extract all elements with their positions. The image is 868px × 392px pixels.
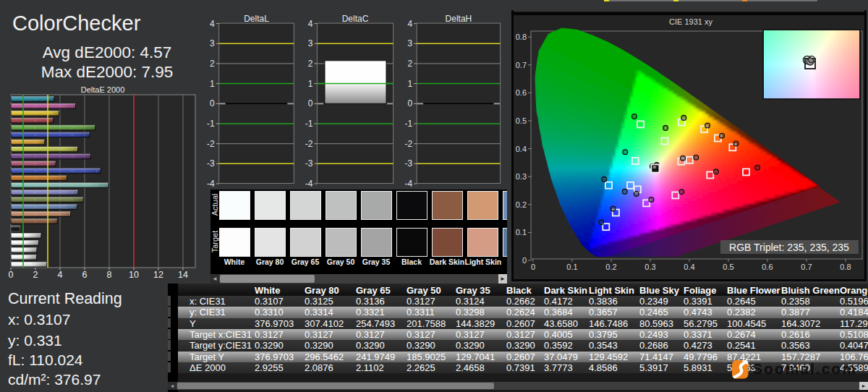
- svg-text:0.6: 0.6: [516, 88, 527, 97]
- svg-text:-2: -2: [404, 139, 412, 149]
- svg-text:DeltaC: DeltaC: [342, 14, 369, 24]
- svg-text:0.3: 0.3: [516, 172, 527, 181]
- svg-text:1: 1: [210, 79, 215, 89]
- svg-text:-4: -4: [207, 179, 215, 188]
- svg-text:4: 4: [308, 19, 313, 29]
- svg-text:0.7: 0.7: [516, 61, 527, 69]
- svg-text:0: 0: [531, 263, 535, 271]
- svg-text:-2: -2: [305, 139, 313, 149]
- svg-text:-2: -2: [207, 139, 215, 149]
- svg-text:0.2: 0.2: [605, 263, 616, 271]
- svg-text:8: 8: [107, 270, 112, 280]
- svg-text:DeltaE 2000: DeltaE 2000: [81, 85, 125, 94]
- svg-text:-1: -1: [207, 119, 215, 129]
- svg-text:4: 4: [58, 270, 63, 280]
- svg-text:3: 3: [407, 38, 412, 48]
- svg-text:0.1: 0.1: [566, 263, 577, 271]
- svg-text:-3: -3: [404, 158, 412, 169]
- svg-text:0: 0: [308, 98, 313, 108]
- svg-text:0.5: 0.5: [516, 116, 527, 125]
- svg-text:-1: -1: [404, 119, 412, 129]
- svg-text:0.2: 0.2: [516, 200, 527, 209]
- svg-text:-4: -4: [404, 179, 412, 188]
- svg-text:2: 2: [308, 59, 313, 69]
- svg-text:-3: -3: [207, 158, 215, 169]
- svg-text:1: 1: [407, 79, 412, 89]
- svg-text:0.4: 0.4: [516, 145, 527, 153]
- svg-text:6: 6: [82, 270, 88, 280]
- svg-text:0.1: 0.1: [516, 228, 527, 237]
- svg-text:2: 2: [210, 59, 215, 69]
- svg-text:3: 3: [308, 38, 313, 48]
- svg-text:4: 4: [210, 19, 215, 29]
- svg-text:0.4: 0.4: [684, 263, 694, 271]
- svg-text:0.6: 0.6: [762, 263, 773, 271]
- svg-text:0: 0: [407, 98, 412, 108]
- svg-text:1: 1: [308, 79, 313, 89]
- svg-text:3: 3: [210, 38, 215, 48]
- svg-text:12: 12: [153, 270, 163, 280]
- svg-text:DeltaH: DeltaH: [446, 14, 472, 24]
- svg-text:0: 0: [522, 256, 527, 265]
- svg-text:4: 4: [407, 19, 412, 29]
- svg-text:0.7: 0.7: [801, 263, 812, 271]
- svg-text:-4: -4: [305, 179, 313, 188]
- svg-text:10: 10: [129, 270, 139, 280]
- svg-text:-3: -3: [305, 158, 313, 169]
- svg-text:CIE 1931 xy: CIE 1931 xy: [669, 17, 712, 26]
- svg-text:0.5: 0.5: [723, 263, 733, 271]
- svg-text:0.3: 0.3: [644, 263, 655, 271]
- svg-text:14: 14: [178, 270, 188, 280]
- svg-text:0.8: 0.8: [516, 33, 527, 41]
- svg-text:0.8: 0.8: [840, 263, 851, 271]
- svg-text:0: 0: [210, 98, 215, 108]
- svg-text:0: 0: [9, 270, 14, 280]
- svg-text:-1: -1: [305, 119, 313, 129]
- svg-text:2: 2: [33, 270, 38, 280]
- svg-text:2: 2: [407, 59, 412, 69]
- svg-text:RGB Triplet: 235, 235, 235: RGB Triplet: 235, 235, 235: [729, 242, 849, 253]
- svg-text:DeltaL: DeltaL: [244, 14, 269, 24]
